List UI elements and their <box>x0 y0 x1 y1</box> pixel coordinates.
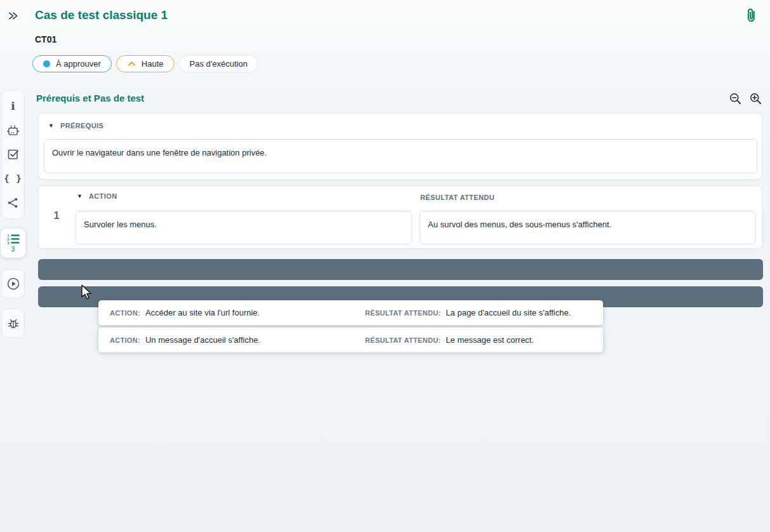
share-icon <box>7 197 19 209</box>
status-badge-label: À approuver <box>56 59 101 69</box>
drag-result-value: La page d'accueil du site s'affiche. <box>446 308 571 317</box>
sidebar-item-information[interactable]: i <box>2 97 24 116</box>
sidebar-item-links[interactable] <box>2 193 24 212</box>
sidebar-item-automation[interactable] <box>2 121 24 140</box>
zoom-out-icon <box>729 92 742 105</box>
result-column-header: RÉSULTAT ATTENDU <box>420 194 495 201</box>
paperclip-icon <box>744 7 757 25</box>
drag-result-label: RÉSULTAT ATTENDU: <box>365 309 441 317</box>
drag-action-label: ACTION: <box>110 336 140 344</box>
drag-action-value: Accéder au site via l'url fournie. <box>145 308 260 317</box>
zoom-in-icon <box>749 92 762 105</box>
sidebar-item-custom-fields[interactable]: { } <box>2 169 24 188</box>
dragged-step-row: ACTION: Accéder au site via l'url fourni… <box>98 300 603 325</box>
collapse-arrow-icon[interactable]: ▼ <box>77 194 83 199</box>
zoom-in-button[interactable] <box>749 92 762 105</box>
zoom-controls <box>729 92 762 105</box>
chevron-up-icon <box>127 60 136 67</box>
execution-badge-label: Pas d'exécution <box>190 59 248 69</box>
svg-text:3: 3 <box>7 241 9 245</box>
drag-drop-placeholder <box>38 259 763 280</box>
prerequisites-label: PRÉREQUIS <box>60 122 103 130</box>
status-badge[interactable]: À approuver <box>32 55 112 72</box>
prerequisites-header: ▼ PRÉREQUIS <box>48 122 103 130</box>
step-action-field[interactable]: Survoler les menus. <box>76 211 412 244</box>
prerequisites-panel: ▼ PRÉREQUIS Ouvrir le navigateur dans un… <box>38 113 762 180</box>
braces-icon: { } <box>4 173 22 183</box>
drag-action-value: Un message d'accueil s'affiche. <box>145 335 260 345</box>
status-dot-icon <box>43 60 50 67</box>
drag-preview: ACTION: Accéder au site via l'url fourni… <box>98 300 603 355</box>
collapse-arrow-icon[interactable]: ▼ <box>48 123 54 129</box>
dragged-step-row: ACTION: Un message d'accueil s'affiche. … <box>98 328 603 352</box>
drag-result-label: RÉSULTAT ATTENDU: <box>365 336 441 344</box>
action-header-label: ACTION <box>89 192 117 200</box>
action-column-header: ▼ ACTION <box>77 192 117 200</box>
play-circle-icon <box>6 277 20 291</box>
sidebar-tab-executions[interactable] <box>1 269 25 298</box>
section-title: Prérequis et Pas de test <box>36 93 144 103</box>
info-icon: i <box>11 101 15 112</box>
step-result-field[interactable]: Au survol des menus, des sous-menus s'af… <box>420 211 756 244</box>
execution-status-badge[interactable]: Pas d'exécution <box>179 55 258 72</box>
robot-icon <box>6 124 20 136</box>
page-title: Cas de test classique 1 <box>35 8 168 22</box>
importance-badge[interactable]: Haute <box>116 55 175 72</box>
step-number: 1 <box>49 209 64 222</box>
attachments-button[interactable] <box>744 7 757 27</box>
drag-action-label: ACTION: <box>110 309 140 317</box>
badge-row: À approuver Haute Pas d'exécution <box>32 55 258 72</box>
result-header-label: RÉSULTAT ATTENDU <box>420 194 495 201</box>
zoom-out-button[interactable] <box>729 92 742 105</box>
sidebar-tab-issues[interactable] <box>1 309 25 338</box>
steps-count-badge: 3 <box>11 246 15 253</box>
importance-badge-label: Haute <box>142 59 164 69</box>
sidebar-tab-test-steps[interactable]: 1 2 3 3 <box>1 229 25 258</box>
bug-icon <box>6 317 20 329</box>
double-chevron-right-icon <box>8 11 18 21</box>
ordered-list-icon: 1 2 3 <box>6 234 20 245</box>
prerequisite-text-field[interactable]: Ouvrir le navigateur dans une fenêtre de… <box>44 139 757 173</box>
collapse-panel-button[interactable] <box>6 10 20 22</box>
sidebar-item-verification[interactable] <box>2 145 24 164</box>
sidebar-tab-group: i { } <box>1 90 25 219</box>
drag-result-value: Le message est correct. <box>446 335 534 345</box>
test-steps-panel: ▼ ACTION RÉSULTAT ATTENDU 1 Survoler les… <box>38 185 762 249</box>
checkbox-icon <box>7 148 20 161</box>
test-case-reference: CT01 <box>35 34 56 44</box>
